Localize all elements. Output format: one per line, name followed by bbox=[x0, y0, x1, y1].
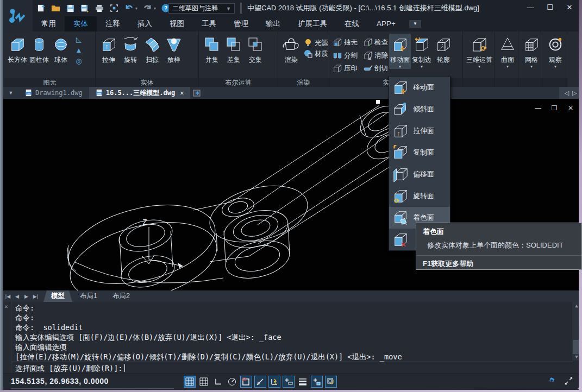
menu-item-rotate-face[interactable]: ⟳ 旋转面 bbox=[389, 185, 450, 207]
ribbon-tab-6[interactable]: 工具 bbox=[193, 16, 225, 31]
menu-item-offset-face[interactable]: 偏移面 bbox=[389, 163, 450, 185]
layout-tab-2[interactable]: 布局1 bbox=[72, 290, 105, 302]
scroll-left-icon[interactable]: ◁ bbox=[565, 90, 569, 97]
svg-text:▣: ▣ bbox=[334, 41, 338, 46]
polar-toggle[interactable] bbox=[226, 376, 238, 388]
loft-button[interactable]: 放样 bbox=[163, 34, 185, 65]
sweep-button[interactable]: 扫掠 bbox=[141, 34, 163, 65]
app-logo-icon[interactable] bbox=[3, 0, 33, 31]
move-face-button[interactable]: ✛ 移动面 ▾ bbox=[389, 34, 411, 69]
ribbon-tab-11[interactable]: APP+ bbox=[368, 16, 404, 31]
wedge-icon[interactable]: ◺ bbox=[74, 35, 84, 43]
maximize-button[interactable]: ☐ bbox=[544, 2, 556, 13]
check-button[interactable]: ✓ 检查 bbox=[362, 36, 389, 49]
separate-button[interactable]: 分割 bbox=[331, 49, 359, 62]
scroll-right-icon[interactable]: ▷ bbox=[572, 90, 577, 97]
layout-tab-1[interactable]: 模型 bbox=[43, 290, 72, 302]
ribbon-tab-7[interactable]: 管理 bbox=[225, 16, 257, 31]
otrack-toggle[interactable] bbox=[254, 376, 266, 388]
doc-list-dropdown-icon[interactable]: ▼ bbox=[3, 87, 18, 99]
material-button[interactable]: 材质 bbox=[302, 49, 329, 59]
box-button[interactable]: 长方体 bbox=[7, 34, 28, 65]
menu-item-copy-face[interactable]: 复制面 bbox=[389, 142, 450, 163]
dyninput-toggle[interactable] bbox=[283, 376, 295, 388]
new-file-icon[interactable] bbox=[36, 3, 46, 13]
observe-button[interactable]: 观察 ▾ bbox=[545, 34, 566, 69]
chevron-down-icon[interactable]: ▾ bbox=[154, 6, 156, 11]
minimize-button[interactable]: — bbox=[524, 2, 536, 13]
close-tab-icon[interactable]: ✕ bbox=[180, 89, 184, 97]
slice-button[interactable]: 剖切 bbox=[362, 62, 389, 75]
ribbon-collapse-icon[interactable]: ▼ bbox=[409, 20, 422, 28]
document-tab-1[interactable]: DWG Drawing1.dwg bbox=[18, 87, 89, 99]
light-button[interactable]: 光源 bbox=[302, 38, 329, 48]
ribbon-tab-4[interactable]: 插入 bbox=[129, 16, 161, 31]
layout-tab-3[interactable]: 布局2 bbox=[105, 290, 137, 302]
command-close-icon[interactable]: ✕ bbox=[4, 303, 8, 310]
osnap-toggle[interactable] bbox=[240, 376, 252, 388]
chevron-down-icon[interactable]: ▾ bbox=[135, 6, 137, 11]
extrude-button[interactable]: ↑ 拉伸 bbox=[98, 34, 120, 65]
union-button[interactable]: 并集 bbox=[201, 34, 223, 65]
revolve-button[interactable]: 旋转 bbox=[120, 34, 141, 65]
fullscreen-icon[interactable] bbox=[564, 376, 573, 385]
ribbon-tab-bar: 常用实体注释插入视图工具管理输出扩展工具在线APP+▼ bbox=[33, 16, 582, 31]
menu-item-extrude-face[interactable]: ↑ 拉伸面 bbox=[389, 120, 450, 142]
op3d-button[interactable]: ⟳ 三维运算 ▾ bbox=[465, 34, 493, 69]
command-window[interactable]: ✕ 命令:命令:命令: _solidedit输入实体编辑选项 [面(F)/边(E… bbox=[3, 302, 582, 374]
ribbon-tab-9[interactable]: 扩展工具 bbox=[289, 16, 336, 31]
mdi-close-button[interactable]: ✕ bbox=[567, 104, 574, 112]
ribbon-tab-3[interactable]: 注释 bbox=[97, 16, 129, 31]
surface-button[interactable]: 曲面 ▾ bbox=[497, 34, 518, 69]
close-button[interactable]: ✕ bbox=[564, 2, 575, 13]
last-layout-icon[interactable]: ▶| bbox=[31, 294, 40, 299]
torus-icon[interactable]: ◎ bbox=[74, 56, 84, 65]
panel-title: 渲染 bbox=[278, 78, 329, 87]
cylinder-button[interactable]: 圆柱体 bbox=[28, 34, 50, 65]
first-layout-icon[interactable]: |◀ bbox=[3, 294, 12, 299]
ribbon-tab-10[interactable]: 在线 bbox=[336, 16, 368, 31]
subtract-button[interactable]: 差集 bbox=[223, 34, 245, 65]
mesh-button[interactable]: 网格 ▾ bbox=[521, 34, 542, 69]
prev-layout-icon[interactable]: ◀ bbox=[12, 294, 22, 299]
menu-item-move-face[interactable]: ✛ 移动面 bbox=[389, 77, 450, 98]
intersect-button[interactable]: 交集 bbox=[245, 34, 266, 65]
workspace-selector[interactable]: 二维草图与注释 ▼ bbox=[168, 3, 235, 14]
sphere-button[interactable]: 球体 bbox=[50, 34, 72, 65]
grid-toggle[interactable] bbox=[198, 376, 210, 388]
ribbon-tab-2[interactable]: 实体 bbox=[65, 16, 97, 31]
plot-preview-icon[interactable] bbox=[109, 3, 119, 13]
save-icon[interactable] bbox=[65, 3, 75, 13]
lineweight-toggle[interactable] bbox=[297, 376, 309, 388]
snap-toggle[interactable] bbox=[184, 376, 196, 388]
cycle-toggle[interactable] bbox=[325, 376, 337, 388]
imprint-button[interactable]: 压印 bbox=[331, 62, 359, 75]
ducs-toggle[interactable] bbox=[268, 376, 280, 388]
command-prompt[interactable]: 选择面或 [放弃(U)/删除(R)]: bbox=[15, 363, 125, 374]
render-button[interactable]: 渲染 bbox=[280, 34, 302, 65]
undo-icon[interactable] bbox=[124, 3, 134, 13]
mdi-restore-button[interactable]: ❐ bbox=[550, 104, 558, 112]
copy-edge-button[interactable]: ↩ 复制边 ▾ bbox=[411, 34, 433, 69]
new-document-button[interactable] bbox=[190, 87, 204, 99]
divider bbox=[11, 388, 174, 389]
ribbon-tab-5[interactable]: 视图 bbox=[161, 16, 193, 31]
settings-gear-icon[interactable] bbox=[547, 376, 556, 385]
redo-icon[interactable] bbox=[142, 3, 152, 13]
print-icon[interactable] bbox=[95, 3, 104, 13]
command-gutter[interactable]: ✕ bbox=[3, 302, 11, 374]
outline-button[interactable]: 轮廓 bbox=[433, 34, 454, 65]
document-tab-2[interactable]: DWG 16.5...三维模型.dwg ✕ bbox=[89, 87, 191, 99]
menu-item-taper-face[interactable]: 倾斜面 bbox=[389, 98, 450, 120]
ortho-toggle[interactable] bbox=[212, 376, 224, 388]
shell-button[interactable]: ▣ 抽壳 bbox=[331, 36, 359, 49]
quickprop-toggle[interactable] bbox=[311, 376, 323, 388]
save-as-icon[interactable] bbox=[80, 3, 90, 13]
ribbon-tab-8[interactable]: 输出 bbox=[257, 16, 289, 31]
next-layout-icon[interactable]: ▶ bbox=[22, 294, 31, 299]
open-file-icon[interactable] bbox=[51, 3, 60, 13]
ribbon-tab-1[interactable]: 常用 bbox=[33, 16, 65, 31]
clean-button[interactable]: ◢ 清除 bbox=[362, 49, 389, 62]
cone-icon[interactable]: ▲ bbox=[74, 46, 84, 54]
mdi-minimize-button[interactable]: — bbox=[534, 104, 542, 112]
